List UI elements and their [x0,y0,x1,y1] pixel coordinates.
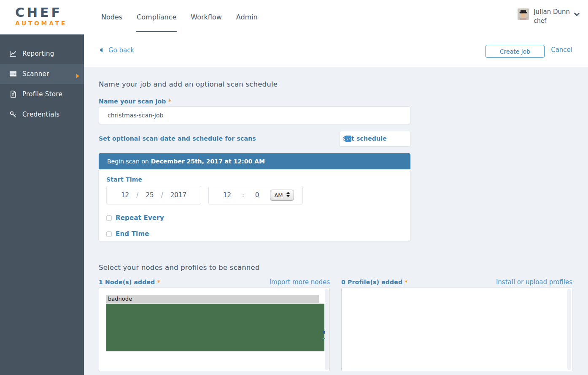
import-more-nodes-link[interactable]: Import more nodes [270,278,330,286]
nodes-profiles-columns: 1 Node(s) added * Import more nodes badn… [99,278,572,371]
nodes-listbox[interactable]: badnode [99,288,330,371]
profiles-count-label: 0 Profile(s) added * [341,279,408,285]
back-arrow-icon [100,46,102,54]
page-content: Name your job and add an optional scan s… [84,67,588,375]
day-field[interactable]: 25 [146,191,154,199]
nodes-count-label: 1 Node(s) added * [99,279,160,285]
nav-tab-compliance[interactable]: Compliance [129,0,183,34]
date-separator: / [136,191,138,199]
profiles-column: 0 Profile(s) added * Install or upload p… [341,278,572,371]
repeat-every-label: Repeat Every [116,214,164,222]
user-org: chef [534,16,570,25]
sidebar: Reporting Scanner [0,34,84,375]
nav-tab-workflow[interactable]: Workflow [183,0,229,34]
sidebar-item-label: Reporting [22,50,54,57]
avatar [518,8,529,20]
logo-chef-text: CHEF [15,6,67,19]
meridiem-select[interactable]: AM [270,190,294,201]
date-separator: / [161,191,163,199]
document-icon [9,90,17,98]
required-marker: * [405,279,408,285]
node-list-item[interactable]: badnode [106,295,319,303]
page-toolbar: Go back Create job Cancel [84,34,588,67]
nodes-section-heading: Select your nodes and profiles to be sca… [99,264,572,272]
active-arrow-icon [76,72,79,80]
repeat-every-checkbox[interactable] [106,215,112,221]
sidebar-item-label: Profile Store [22,90,62,98]
sidebar-item-profile-store[interactable]: Profile Store [0,84,84,104]
nodes-scrollbar[interactable] [325,289,329,370]
end-time-label: End Time [116,230,149,238]
selection-overlay [106,304,324,351]
required-marker: * [168,98,172,105]
scan-job-name-input[interactable] [99,106,410,124]
scanner-icon [9,70,17,78]
scan-job-name-label: Name your scan job * [99,98,572,105]
sidebar-item-label: Scanner [22,70,49,78]
cancel-link[interactable]: Cancel [551,46,572,54]
date-input-group: 12 / 25 / 2017 [106,186,201,204]
minute-field[interactable]: 0 [255,191,259,199]
set-schedule-toggle[interactable]: Set schedule [340,131,410,146]
nav-tab-nodes[interactable]: Nodes [101,0,129,34]
chef-automate-logo[interactable]: CHEF AUTOMATE [15,6,67,27]
datetime-row: 12 / 25 / 2017 12 : 0 AM [106,186,410,204]
schedule-banner: Begin scan on December 25th, 2017 at 12:… [99,153,410,169]
install-upload-profiles-link[interactable]: Install or upload profiles [496,278,572,286]
key-icon [9,111,17,118]
sidebar-item-label: Credentials [22,111,59,118]
start-time-label: Start Time [106,176,410,183]
job-section-heading: Name your job and add an optional scan s… [99,80,572,89]
chef-automate-app: CHEF AUTOMATE Nodes Compliance Workflow … [0,0,588,375]
required-marker: * [157,279,161,285]
schedule-card-body: Start Time 12 / 25 / 2017 12 : 0 [99,169,410,241]
month-field[interactable]: 12 [121,191,129,199]
schedule-option-label: Set optional scan date and schedule for … [99,135,256,142]
nodes-column: 1 Node(s) added * Import more nodes badn… [99,278,330,371]
set-schedule-label: Set schedule [343,135,387,142]
end-time-checkbox[interactable] [106,231,112,237]
profiles-scrollbar[interactable] [567,289,571,370]
time-separator: : [242,191,244,199]
sidebar-item-credentials[interactable]: Credentials [0,104,84,125]
main-nav: Nodes Compliance Workflow Admin [101,0,265,34]
repeat-every-row[interactable]: Repeat Every [106,214,410,222]
banner-date: December 25th, 2017 at 12:00 AM [151,158,265,165]
main-area: Go back Create job Cancel Name your job … [84,34,588,375]
logo-automate-text: AUTOMATE [15,20,67,27]
create-job-button[interactable]: Create job [486,45,545,58]
time-input-group: 12 : 0 AM [208,186,303,204]
end-time-row[interactable]: End Time [106,230,410,238]
year-field[interactable]: 2017 [170,191,186,199]
schedule-card: Begin scan on December 25th, 2017 at 12:… [99,153,410,241]
schedule-option-row: Set optional scan date and schedule for … [99,131,410,146]
chart-icon [9,50,17,57]
top-header: CHEF AUTOMATE Nodes Compliance Workflow … [0,0,588,34]
sidebar-item-reporting[interactable]: Reporting [0,43,84,64]
user-menu[interactable]: Julian Dunn chef [518,8,580,25]
sidebar-item-scanner[interactable]: Scanner [0,64,84,84]
user-name: Julian Dunn [534,8,570,16]
hour-field[interactable]: 12 [223,191,231,199]
chevron-down-icon [574,10,580,18]
profiles-listbox[interactable] [341,288,572,371]
banner-prefix: Begin scan on [107,158,149,165]
go-back-link[interactable]: Go back [100,34,134,67]
stepper-arrows-icon [286,192,290,198]
nav-tab-admin[interactable]: Admin [229,0,265,34]
